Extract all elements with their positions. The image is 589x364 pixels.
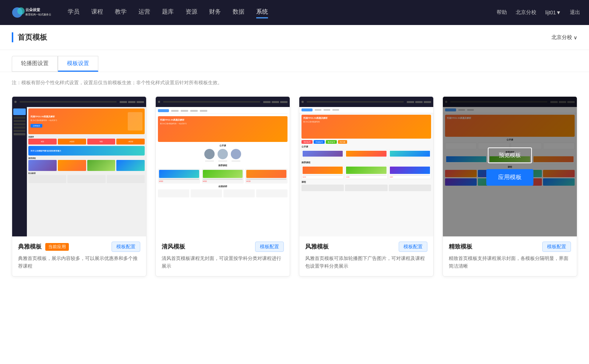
nav-item-resources[interactable]: 资源 bbox=[186, 7, 197, 18]
nav-item-courses[interactable]: 课程 bbox=[91, 7, 103, 18]
svg-text:云朵设堂: 云朵设堂 bbox=[25, 8, 40, 12]
template-overlay-4: 预览模板 应用模板 bbox=[443, 97, 577, 236]
config-button-1[interactable]: 模板配置 bbox=[112, 242, 140, 252]
user-name[interactable]: lijt01▼ bbox=[545, 10, 561, 15]
nav-item-questions[interactable]: 题库 bbox=[162, 7, 174, 18]
logout-link[interactable]: 退出 bbox=[570, 9, 580, 16]
main-content: 首页模板 北京分校 ∨ 轮播图设置 模板设置 注：模板有部分个性化样式设置，设置… bbox=[0, 25, 589, 364]
template-preview-4[interactable]: 托福TPO1-54真题及解析 公开课 推荐课程 bbox=[443, 97, 577, 236]
svg-text:教育机构一站式服务云平台: 教育机构一站式服务云平台 bbox=[25, 13, 51, 16]
nav-menu: 学员 课程 教学 运营 题库 资源 财务 数据 系统 bbox=[68, 7, 497, 18]
config-button-2[interactable]: 模板配置 bbox=[255, 242, 284, 252]
apply-button-4[interactable]: 应用模板 bbox=[486, 169, 533, 186]
template-name-1: 典雅模板 bbox=[18, 243, 42, 251]
template-desc-3: 风雅首页模板可添加轮播图下广告图片，可对课程及课程包设置学科分类展示 bbox=[305, 255, 427, 270]
nav-item-system[interactable]: 系统 bbox=[256, 7, 268, 18]
template-desc-1: 典雅首页模板，展示内容较多，可以展示优惠券和多个推荐课程 bbox=[18, 255, 140, 270]
chevron-down-icon: ∨ bbox=[574, 35, 577, 40]
school-name[interactable]: 北京分校 bbox=[516, 9, 536, 16]
note-text: 注：模板有部分个性化样式设置，设置后仅当前模板生效；非个性化样式设置后针对所有模… bbox=[0, 72, 589, 93]
tabs-container: 轮播图设置 模板设置 bbox=[0, 50, 589, 72]
template-desc-2: 清风首页模板课程无封面，可设置按学科分类对课程进行展示 bbox=[162, 255, 284, 270]
tab-carousel[interactable]: 轮播图设置 bbox=[12, 56, 58, 72]
template-card-3: 托福TPO1-54真题及解析 听力•口语•阅读•写作 考研备考 托福备考 雅思备… bbox=[299, 96, 434, 276]
page-header: 首页模板 北京分校 ∨ bbox=[0, 25, 589, 50]
nav-item-data[interactable]: 数据 bbox=[233, 7, 244, 18]
nav-item-operations[interactable]: 运营 bbox=[138, 7, 150, 18]
config-button-4[interactable]: 模板配置 bbox=[542, 242, 571, 252]
template-name-4: 精致模板 bbox=[449, 243, 472, 251]
logo: 云朵设堂 教育机构一站式服务云平台 bbox=[9, 4, 53, 21]
template-card-2: 托福TPO1-54真题及解析 听力•口语•阅读•写作 一站式学习 公开课 bbox=[155, 96, 290, 276]
template-info-1: 典雅模板 当前应用 模板配置 典雅首页模板，展示内容较多，可以展示优惠券和多个推… bbox=[12, 236, 146, 276]
templates-grid: 托福TPO1-54真题及解析 听力•口语•阅读•写作 一站式学习 立即购买 优惠… bbox=[0, 93, 589, 291]
template-preview-3[interactable]: 托福TPO1-54真题及解析 听力•口语•阅读•写作 考研备考 托福备考 雅思备… bbox=[299, 97, 433, 236]
tab-template[interactable]: 模板设置 bbox=[58, 56, 98, 72]
template-card-4: 托福TPO1-54真题及解析 公开课 推荐课程 bbox=[442, 96, 577, 276]
nav-right-area: 帮助 北京分校 lijt01▼ 退出 bbox=[497, 9, 580, 16]
nav-item-teaching[interactable]: 教学 bbox=[115, 7, 127, 18]
template-preview-1[interactable]: 托福TPO1-54真题及解析 听力•口语•阅读•写作 一站式学习 立即购买 优惠… bbox=[12, 97, 146, 236]
preview-button-4[interactable]: 预览模板 bbox=[488, 147, 532, 163]
school-selector[interactable]: 北京分校 ∨ bbox=[551, 34, 577, 41]
template-info-4: 精致模板 模板配置 精致首页模板支持课程展示封面，各模板分隔明显，界面简洁清晰 bbox=[443, 236, 577, 276]
template-name-2: 清风模板 bbox=[162, 243, 185, 251]
page-title: 首页模板 bbox=[12, 32, 47, 42]
current-badge-1: 当前应用 bbox=[45, 243, 69, 251]
top-navigation: 云朵设堂 教育机构一站式服务云平台 学员 课程 教学 运营 题库 资源 财务 数… bbox=[0, 0, 589, 25]
logo-area[interactable]: 云朵设堂 教育机构一站式服务云平台 bbox=[9, 4, 53, 21]
template-preview-2[interactable]: 托福TPO1-54真题及解析 听力•口语•阅读•写作 一站式学习 公开课 bbox=[156, 97, 290, 236]
template-desc-4: 精致首页模板支持课程展示封面，各模板分隔明显，界面简洁清晰 bbox=[449, 255, 571, 270]
config-button-3[interactable]: 模板配置 bbox=[399, 242, 427, 252]
svg-point-1 bbox=[17, 7, 25, 15]
nav-item-students[interactable]: 学员 bbox=[68, 7, 80, 18]
template-card-1: 托福TPO1-54真题及解析 听力•口语•阅读•写作 一站式学习 立即购买 优惠… bbox=[12, 96, 147, 276]
help-link[interactable]: 帮助 bbox=[497, 9, 507, 16]
nav-item-finance[interactable]: 财务 bbox=[209, 7, 221, 18]
template-name-3: 风雅模板 bbox=[305, 243, 329, 251]
template-info-3: 风雅模板 模板配置 风雅首页模板可添加轮播图下广告图片，可对课程及课程包设置学科… bbox=[299, 236, 433, 276]
template-info-2: 清风模板 模板配置 清风首页模板课程无封面，可设置按学科分类对课程进行展示 bbox=[156, 236, 290, 276]
